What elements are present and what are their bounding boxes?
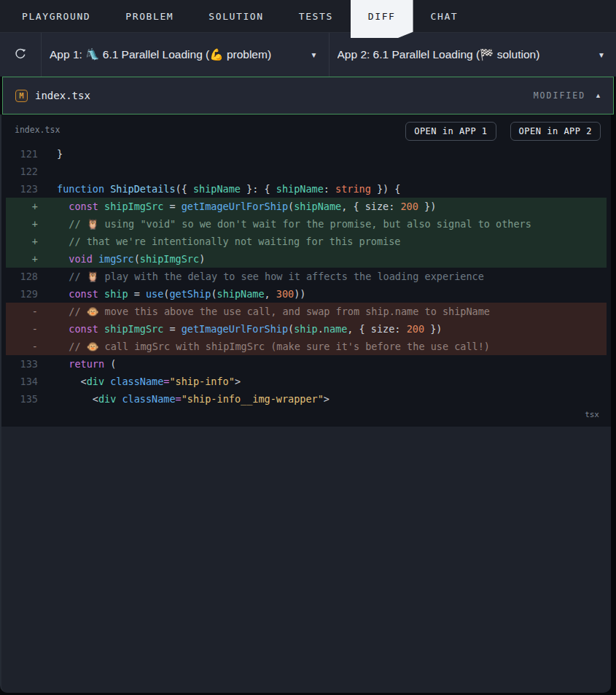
diff-sign-gutter: - [6, 338, 38, 355]
code-line: 133 return ( [6, 355, 607, 373]
chevron-down-icon: ▼ [311, 51, 318, 59]
diff-code-area[interactable]: 121}122123function ShipDetails({ shipNam… [6, 145, 607, 408]
code-line: 128 // 🦉 play with the delay to see how … [6, 268, 607, 285]
code-line: 123function ShipDetails({ shipName }: { … [6, 180, 607, 198]
code-text [38, 163, 607, 180]
code-text: // 🦉 using "void" so we don't wait for t… [38, 215, 607, 233]
app2-select-label: App 2: 6.1 Parallel Loading (🏁 solution) [338, 48, 593, 61]
code-text: // that we're intentionally not waiting … [38, 233, 607, 250]
code-line: 129 const ship = use(getShip(shipName, 3… [6, 285, 607, 303]
diff-sign-gutter: + [6, 250, 38, 268]
line-number-gutter: 123 [6, 180, 38, 198]
diff-sign-gutter: + [6, 233, 38, 250]
diff-panel: index.tsx OPEN in APP 1 OPEN in APP 2 12… [0, 114, 611, 427]
diff-sign-gutter: + [6, 215, 38, 233]
app-selector-row: App 1: 🛝 6.1 Parallel Loading (💪 problem… [0, 32, 616, 77]
code-line: + // that we're intentionally not waitin… [6, 233, 607, 250]
code-text: void imgSrc(shipImgSrc) [38, 250, 607, 268]
open-in-app1-button[interactable]: OPEN in APP 1 [405, 122, 496, 141]
code-text: <div className="ship-info__img-wrapper"> [38, 390, 607, 408]
code-text: // 🐵 call imgSrc with shipImgSrc (make s… [38, 338, 607, 355]
code-line: 122 [6, 163, 607, 180]
collapse-triangle-icon[interactable]: ▲ [595, 92, 601, 99]
diff-file-label: index.tsx [15, 122, 60, 135]
code-text: return ( [38, 355, 607, 373]
line-number-gutter: 122 [6, 163, 38, 180]
tab-problem[interactable]: PROBLEM [108, 0, 191, 32]
code-text: const shipImgSrc = getImageUrlForShip(sh… [38, 320, 607, 338]
refresh-button[interactable] [0, 33, 42, 77]
code-text: <div className="ship-info"> [38, 373, 607, 390]
language-badge: tsx [1, 408, 611, 427]
code-line: + // 🦉 using "void" so we don't wait for… [6, 215, 607, 233]
code-line: + void imgSrc(shipImgSrc) [6, 250, 607, 268]
status-badge: MODIFIED [534, 90, 585, 101]
diff-panel-header: index.tsx OPEN in APP 1 OPEN in APP 2 [1, 114, 611, 145]
file-header[interactable]: M index.tsx MODIFIED ▲ [2, 77, 614, 114]
app2-select[interactable]: App 2: 6.1 Parallel Loading (🏁 solution)… [330, 33, 616, 77]
diff-viewer-app: PLAYGROUND PROBLEM SOLUTION TESTS DIFF C… [0, 0, 616, 695]
code-text: const shipImgSrc = getImageUrlForShip(sh… [38, 198, 607, 215]
line-number-gutter: 128 [6, 268, 38, 285]
app1-select-label: App 1: 🛝 6.1 Parallel Loading (💪 problem… [50, 48, 305, 61]
line-number-gutter: 133 [6, 355, 38, 373]
line-number-gutter: 129 [6, 285, 38, 303]
line-number-gutter: 134 [6, 373, 38, 390]
chevron-down-icon: ▼ [598, 51, 605, 59]
code-line: 135 <div className="ship-info__img-wrapp… [6, 390, 607, 408]
code-line: - // 🐵 move this above the use call, and… [6, 303, 607, 320]
modified-file-icon: M [15, 90, 28, 102]
top-tab-bar: PLAYGROUND PROBLEM SOLUTION TESTS DIFF C… [0, 0, 616, 32]
app1-select[interactable]: App 1: 🛝 6.1 Parallel Loading (💪 problem… [42, 33, 330, 77]
code-text: function ShipDetails({ shipName }: { shi… [38, 180, 607, 198]
open-in-app2-button[interactable]: OPEN in APP 2 [510, 122, 601, 141]
code-text: } [38, 145, 607, 163]
file-name: index.tsx [35, 90, 90, 101]
diff-sign-gutter: + [6, 198, 38, 215]
line-number-gutter: 121 [6, 145, 38, 163]
code-line: 134 <div className="ship-info"> [6, 373, 607, 390]
refresh-icon [13, 47, 28, 63]
tab-solution[interactable]: SOLUTION [191, 0, 281, 32]
lower-empty-panel [0, 427, 611, 693]
code-text: // 🦉 play with the delay to see how it a… [38, 268, 607, 285]
code-text: // 🐵 move this above the use call, and s… [38, 303, 607, 320]
line-number-gutter: 135 [6, 390, 38, 408]
tab-playground[interactable]: PLAYGROUND [4, 0, 108, 32]
code-text: const ship = use(getShip(shipName, 300)) [38, 285, 607, 303]
code-line: - // 🐵 call imgSrc with shipImgSrc (make… [6, 338, 607, 355]
code-line: 121} [6, 145, 607, 163]
code-line: + const shipImgSrc = getImageUrlForShip(… [6, 198, 607, 215]
tab-diff[interactable]: DIFF [351, 0, 413, 38]
diff-sign-gutter: - [6, 320, 38, 338]
diff-sign-gutter: - [6, 303, 38, 320]
tab-tests[interactable]: TESTS [281, 0, 351, 32]
tab-chat[interactable]: CHAT [413, 0, 476, 32]
code-line: - const shipImgSrc = getImageUrlForShip(… [6, 320, 607, 338]
